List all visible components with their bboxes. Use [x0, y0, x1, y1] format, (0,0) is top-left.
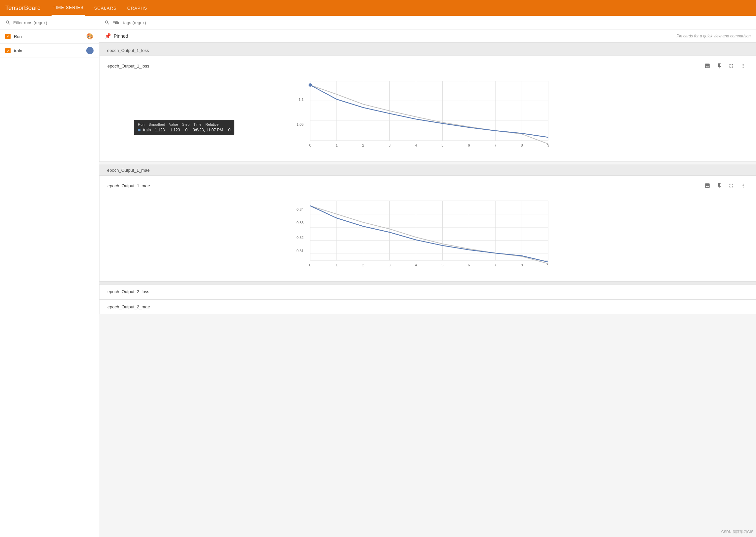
svg-text:5: 5	[441, 263, 443, 267]
run-label-run: Run	[14, 34, 83, 39]
tooltip-col-step: Step	[182, 122, 190, 126]
runs-search-bar	[0, 16, 99, 29]
svg-text:0.81: 0.81	[297, 249, 303, 253]
pinned-label: Pinned	[114, 33, 128, 39]
chart-menu-btn-mae[interactable]	[738, 181, 748, 190]
svg-text:2: 2	[362, 143, 364, 147]
tags-filter-input[interactable]	[112, 20, 168, 25]
pin-hint-text: Pin cards for a quick view and compariso…	[676, 34, 751, 38]
chart-section-loss: epoch_Output_1_loss epoch_Output_1_loss	[99, 43, 756, 162]
svg-point-16	[309, 83, 312, 87]
main-layout: Run 🎨 train 📌 Pinned Pin cards for a qui…	[0, 16, 756, 537]
main-content: 📌 Pinned Pin cards for a quick view and …	[99, 16, 756, 537]
chart-menu-btn-loss[interactable]	[738, 61, 748, 70]
chart-pin-btn-mae[interactable]	[715, 181, 724, 190]
tooltip-col-relative: Relative	[205, 122, 219, 126]
pinned-section: 📌 Pinned Pin cards for a quick view and …	[99, 29, 756, 43]
chart-card-header-loss: epoch_Output_1_loss	[107, 61, 748, 70]
pin-icon: 📌	[104, 33, 111, 39]
tooltip-smoothed-val: 1.123	[155, 128, 165, 132]
svg-text:3: 3	[388, 143, 390, 147]
run-color-dot-train[interactable]	[86, 47, 94, 54]
chart-actions-mae	[703, 181, 748, 190]
chart-svg-wrap-loss: .grid-line { stroke: #e0e0e0; stroke-wid…	[107, 74, 748, 155]
tooltip-col-run: Run	[138, 122, 144, 126]
svg-text:1.1: 1.1	[298, 98, 303, 102]
app-logo: TensorBoard	[5, 5, 41, 12]
chart-title-mae: epoch_Output_1_mae	[107, 183, 703, 188]
nav-graphs[interactable]: GRAPHS	[126, 0, 149, 16]
search-icon	[5, 20, 11, 25]
svg-text:2: 2	[362, 263, 364, 267]
tooltip-data-row: train 1.123 1.123 0 3/8/23, 11:07 PM 0	[138, 128, 230, 132]
chart-actions-loss	[703, 61, 748, 70]
tooltip-step-val: 0	[185, 128, 187, 132]
svg-text:0: 0	[309, 143, 311, 147]
main-nav: TIME SERIES SCALARS GRAPHS	[52, 0, 149, 16]
tooltip-col-smoothed: Smoothed	[148, 122, 165, 126]
chart-mae: .grid-line2 { stroke: #e0e0e0; stroke-wi…	[107, 194, 748, 274]
svg-text:8: 8	[521, 143, 523, 147]
nav-scalars[interactable]: SCALARS	[93, 0, 118, 16]
svg-text:9: 9	[547, 263, 549, 267]
section-list-item-1[interactable]: epoch_Output_2_mae	[99, 299, 756, 314]
svg-text:4: 4	[415, 143, 417, 147]
tags-filter-bar	[99, 16, 756, 29]
run-item-run: Run 🎨	[0, 29, 99, 44]
svg-text:0.83: 0.83	[297, 221, 303, 225]
run-label-train: train	[14, 48, 83, 53]
chart-tooltip-loss: Run Smoothed Value Step Time Relative tr…	[134, 120, 234, 135]
chart-loss: .grid-line { stroke: #e0e0e0; stroke-wid…	[107, 74, 748, 154]
svg-text:1.05: 1.05	[297, 122, 303, 126]
svg-text:0.84: 0.84	[297, 207, 303, 211]
tooltip-dot	[138, 129, 140, 131]
svg-text:8: 8	[521, 263, 523, 267]
svg-text:0.82: 0.82	[297, 236, 303, 240]
search-tags-icon	[104, 20, 110, 25]
tooltip-run-name: train	[143, 128, 151, 132]
svg-text:1: 1	[336, 263, 338, 267]
chart-section-mae: epoch_Output_1_mae epoch_Output_1_mae	[99, 164, 756, 314]
run-item-train: train	[0, 44, 99, 58]
svg-text:4: 4	[415, 263, 417, 267]
svg-text:7: 7	[494, 143, 496, 147]
svg-text:3: 3	[388, 263, 390, 267]
chart-expand-btn-loss[interactable]	[727, 61, 736, 70]
runs-filter-input[interactable]	[13, 20, 94, 25]
tooltip-header: Run Smoothed Value Step Time Relative	[138, 122, 230, 126]
svg-text:5: 5	[441, 143, 443, 147]
section-list-item-0[interactable]: epoch_Output_2_loss	[99, 284, 756, 299]
tooltip-col-value: Value	[169, 122, 178, 126]
run-checkbox-run[interactable]	[5, 34, 11, 39]
chart-title-loss: epoch_Output_1_loss	[107, 64, 703, 68]
app-header: TensorBoard TIME SERIES SCALARS GRAPHS	[0, 0, 756, 16]
svg-text:6: 6	[468, 143, 470, 147]
chart-image-btn-loss[interactable]	[703, 61, 712, 70]
nav-time-series[interactable]: TIME SERIES	[52, 0, 85, 16]
section-label-loss: epoch_Output_1_loss	[99, 45, 756, 56]
chart-card-loss: epoch_Output_1_loss	[99, 56, 756, 162]
tooltip-time-val: 3/8/23, 11:07 PM	[193, 128, 223, 132]
chart-card-header-mae: epoch_Output_1_mae	[107, 181, 748, 190]
svg-text:9: 9	[547, 143, 549, 147]
watermark: CSDN 疯狂学习GIS	[721, 529, 753, 534]
svg-text:0: 0	[309, 263, 311, 267]
svg-text:1: 1	[336, 143, 338, 147]
svg-text:7: 7	[494, 263, 496, 267]
chart-card-mae: epoch_Output_1_mae	[99, 175, 756, 282]
chart-expand-btn-mae[interactable]	[727, 181, 736, 190]
svg-text:6: 6	[468, 263, 470, 267]
run-color-palette[interactable]: 🎨	[86, 33, 94, 40]
sidebar: Run 🎨 train	[0, 16, 99, 537]
tooltip-col-time: Time	[193, 122, 201, 126]
chart-pin-btn-loss[interactable]	[715, 61, 724, 70]
chart-image-btn-mae[interactable]	[703, 181, 712, 190]
section-label-mae: epoch_Output_1_mae	[99, 165, 756, 175]
tooltip-value-val: 1.123	[170, 128, 180, 132]
run-checkbox-train[interactable]	[5, 48, 11, 53]
tooltip-relative-val: 0	[228, 128, 231, 132]
